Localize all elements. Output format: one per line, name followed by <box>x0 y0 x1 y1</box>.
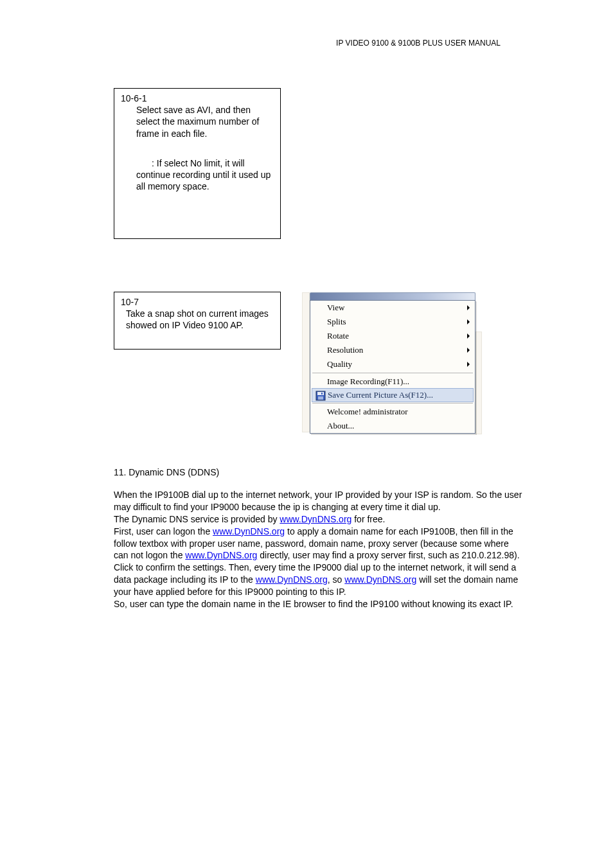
menu-item-rotate[interactable]: Rotate <box>310 329 475 343</box>
section-number: 10-6-1 <box>121 93 274 104</box>
menu-separator <box>312 403 473 403</box>
section-number: 10-7 <box>121 296 274 308</box>
box1-note: : If select No limit, it will continue r… <box>121 157 274 193</box>
menu-item-image-recording[interactable]: Image Recording(F11)... <box>310 375 475 389</box>
box1-text: Select save as AVI, and then select the … <box>136 104 274 139</box>
svg-rect-2 <box>318 396 323 400</box>
dyndns-link[interactable]: www.DynDNS.org <box>344 574 416 585</box>
menu-item-about[interactable]: About... <box>310 419 475 433</box>
svg-rect-3 <box>321 393 323 394</box>
dyndns-link[interactable]: www.DynDNS.org <box>280 514 351 524</box>
dyndns-link[interactable]: www.DynDNS.org <box>185 550 257 560</box>
dyndns-link[interactable]: www.DynDNS.org <box>213 526 285 536</box>
section-11-para-1: When the IP9100B dial up to the internet… <box>114 489 525 513</box>
window-titlebar <box>310 292 475 300</box>
dyndns-link[interactable]: www.DynDNS.org <box>256 574 328 585</box>
menu-item-welcome[interactable]: Welcome! administrator <box>310 405 475 419</box>
context-menu-figure: View Splits Rotate Resolution Quality Im… <box>310 292 475 434</box>
note-box-10-6-1: 10-6-1 Select save as AVI, and then sele… <box>114 88 281 239</box>
context-menu: View Splits Rotate Resolution Quality Im… <box>310 300 475 434</box>
section-11-para-2: The Dynamic DNS service is provided by w… <box>114 513 525 526</box>
menu-item-view[interactable]: View <box>310 301 475 315</box>
section-11-para-4: So, user can type the domain name in the… <box>114 598 525 610</box>
figure-left-band <box>302 292 310 432</box>
section-11-title: 11. Dynamic DNS (DDNS) <box>114 467 525 477</box>
menu-item-save-current-picture[interactable]: Save Current Picture As(F12)... <box>312 388 474 402</box>
floppy-disk-icon <box>315 391 326 401</box>
menu-item-resolution[interactable]: Resolution <box>310 343 475 357</box>
menu-item-splits[interactable]: Splits <box>310 315 475 329</box>
note-box-10-7: 10-7 Take a snap shot on current images … <box>114 292 281 350</box>
figure-right-band <box>475 332 482 434</box>
section-11: 11. Dynamic DNS (DDNS) When the IP9100B … <box>114 467 525 610</box>
box2-text: Take a snap shot on current images showe… <box>121 308 274 331</box>
svg-rect-1 <box>317 392 324 395</box>
menu-separator <box>312 373 473 373</box>
section-11-para-3: First, user can logon the www.DynDNS.org… <box>114 526 525 598</box>
page-header: IP VIDEO 9100 & 9100B PLUS USER MANUAL <box>336 39 501 48</box>
menu-item-quality[interactable]: Quality <box>310 357 475 371</box>
